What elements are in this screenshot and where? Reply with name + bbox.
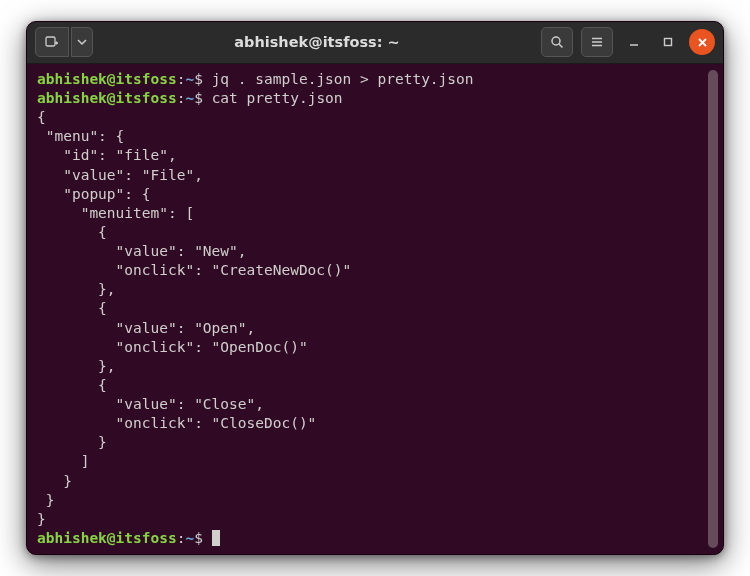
titlebar-left-controls [35, 27, 93, 57]
prompt-host: itsfoss [116, 71, 177, 87]
prompt-path: ~ [185, 530, 194, 546]
command-1: jq . sample.json > pretty.json [212, 71, 474, 87]
svg-rect-9 [665, 39, 672, 46]
terminal-window: abhishek@itsfoss: ~ [26, 21, 724, 555]
tab-dropdown-button[interactable] [71, 27, 93, 57]
prompt-symbol: $ [194, 90, 203, 106]
prompt-path: ~ [185, 71, 194, 87]
prompt-user: abhishek [37, 71, 107, 87]
prompt-at: @ [107, 90, 116, 106]
new-tab-button[interactable] [35, 27, 69, 57]
prompt-host: itsfoss [116, 90, 177, 106]
prompt-path: ~ [185, 90, 194, 106]
prompt-symbol: $ [194, 71, 203, 87]
maximize-button[interactable] [655, 29, 681, 55]
search-button[interactable] [541, 27, 573, 57]
prompt-symbol: $ [194, 530, 203, 546]
prompt-user: abhishek [37, 530, 107, 546]
prompt-user: abhishek [37, 90, 107, 106]
window-title: abhishek@itsfoss: ~ [99, 34, 535, 50]
search-icon [550, 35, 564, 49]
minimize-button[interactable] [621, 29, 647, 55]
new-tab-icon [45, 35, 59, 49]
maximize-icon [662, 36, 674, 48]
cursor [212, 530, 220, 546]
prompt-at: @ [107, 71, 116, 87]
svg-point-3 [552, 37, 560, 45]
minimize-icon [628, 36, 640, 48]
command-output: { "menu": { "id": "file", "value": "File… [37, 109, 351, 527]
terminal-body[interactable]: abhishek@itsfoss:~$ jq . sample.json > p… [27, 64, 723, 554]
close-icon [697, 37, 708, 48]
hamburger-icon [590, 35, 604, 49]
close-button[interactable] [689, 29, 715, 55]
scrollbar[interactable] [708, 70, 718, 548]
prompt-at: @ [107, 530, 116, 546]
menu-button[interactable] [581, 27, 613, 57]
prompt-host: itsfoss [116, 530, 177, 546]
terminal-content: abhishek@itsfoss:~$ jq . sample.json > p… [37, 70, 705, 548]
titlebar-right-controls [541, 27, 715, 57]
svg-line-4 [559, 44, 563, 48]
command-2: cat pretty.json [212, 90, 343, 106]
title-bar: abhishek@itsfoss: ~ [27, 22, 723, 64]
svg-rect-0 [46, 37, 55, 46]
chevron-down-icon [77, 37, 87, 47]
